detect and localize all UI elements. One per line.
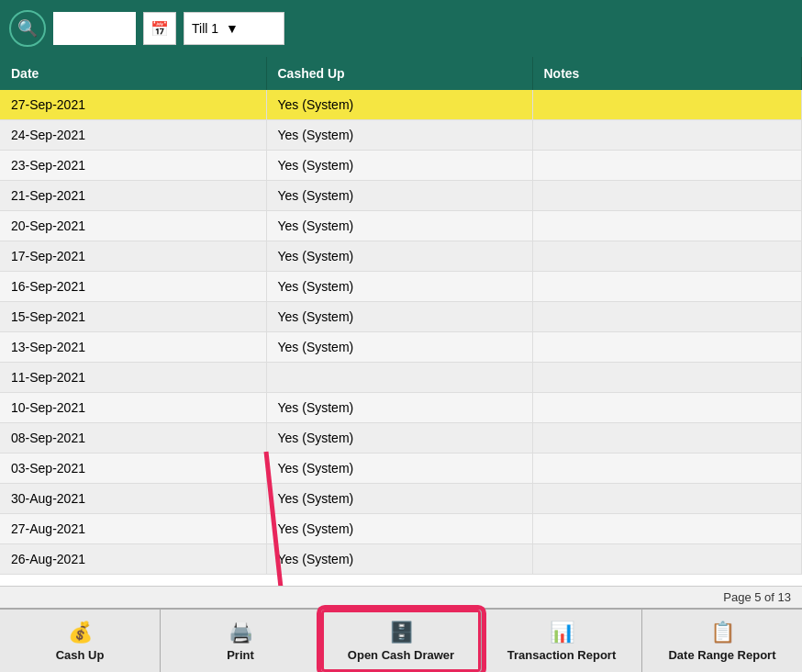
cell-cashed-up: Yes (System) — [266, 514, 532, 544]
table-header-row: Date Cashed Up Notes — [0, 57, 802, 90]
calendar-icon: 📅 — [150, 20, 169, 38]
cell-notes — [532, 363, 802, 393]
table-row[interactable]: 08-Sep-2021Yes (System) — [0, 423, 802, 454]
table-row[interactable]: 17-Sep-2021Yes (System) — [0, 241, 802, 272]
cell-date: 20-Sep-2021 — [0, 211, 266, 241]
cell-notes — [532, 90, 802, 120]
open-cash-drawer-icon: 🗄️ — [389, 621, 414, 644]
cell-date: 27-Sep-2021 — [0, 90, 266, 120]
cell-cashed-up: Yes (System) — [266, 454, 532, 484]
cell-notes — [532, 484, 802, 514]
cell-notes — [532, 423, 802, 454]
cell-notes — [532, 302, 802, 332]
table-wrapper: Date Cashed Up Notes 27-Sep-2021Yes (Sys… — [0, 57, 802, 586]
cell-notes — [532, 241, 802, 272]
table-row[interactable]: 23-Sep-2021Yes (System) — [0, 151, 802, 181]
footer: 💰Cash Up🖨️Print🗄️Open Cash Drawer📊Transa… — [0, 608, 802, 672]
cell-notes — [532, 151, 802, 181]
transaction-report-icon: 📊 — [550, 621, 574, 644]
cell-notes — [532, 454, 802, 484]
cash-up-button[interactable]: 💰Cash Up — [0, 610, 161, 672]
cell-date: 17-Sep-2021 — [0, 241, 266, 272]
print-label: Print — [227, 648, 254, 662]
table-row[interactable]: 26-Aug-2021Yes (System) — [0, 544, 802, 575]
cash-up-table: Date Cashed Up Notes 27-Sep-2021Yes (Sys… — [0, 57, 802, 575]
pagination: Page 5 of 13 — [0, 586, 802, 608]
table-row[interactable]: 10-Sep-2021Yes (System) — [0, 393, 802, 423]
col-cashed-up: Cashed Up — [266, 57, 532, 90]
cell-cashed-up: Yes (System) — [266, 423, 532, 454]
table-row[interactable]: 03-Sep-2021Yes (System) — [0, 454, 802, 484]
till-select[interactable]: Till 1 ▼ Till 1 Till 2 Till 3 — [184, 12, 284, 45]
cell-cashed-up — [266, 363, 532, 393]
cell-notes — [532, 544, 802, 575]
cell-cashed-up: Yes (System) — [266, 393, 532, 423]
cell-date: 10-Sep-2021 — [0, 393, 266, 423]
date-range-report-button[interactable]: 📋Date Range Report — [642, 610, 802, 672]
cell-notes — [532, 514, 802, 544]
cell-date: 23-Sep-2021 — [0, 151, 266, 181]
cell-cashed-up: Yes (System) — [266, 211, 532, 241]
cell-date: 30-Aug-2021 — [0, 484, 266, 514]
cell-cashed-up: Yes (System) — [266, 544, 532, 575]
cell-cashed-up: Yes (System) — [266, 181, 532, 211]
col-date: Date — [0, 57, 266, 90]
print-button[interactable]: 🖨️Print — [161, 610, 321, 672]
table-container: Date Cashed Up Notes 27-Sep-2021Yes (Sys… — [0, 57, 802, 575]
search-icon: 🔍 — [17, 18, 38, 39]
table-row[interactable]: 24-Sep-2021Yes (System) — [0, 120, 802, 151]
cell-date: 27-Aug-2021 — [0, 514, 266, 544]
search-input[interactable] — [53, 12, 136, 45]
header: 🔍 📅 Till 1 ▼ Till 1 Till 2 Till 3 — [0, 0, 802, 57]
cell-cashed-up: Yes (System) — [266, 241, 532, 272]
cell-notes — [532, 272, 802, 302]
cell-cashed-up: Yes (System) — [266, 90, 532, 120]
table-row[interactable]: 21-Sep-2021Yes (System) — [0, 181, 802, 211]
cell-date: 24-Sep-2021 — [0, 120, 266, 151]
cell-date: 16-Sep-2021 — [0, 272, 266, 302]
open-cash-drawer-label: Open Cash Drawer — [348, 648, 454, 662]
table-row[interactable]: 16-Sep-2021Yes (System) — [0, 272, 802, 302]
cell-notes — [532, 211, 802, 241]
cell-notes — [532, 393, 802, 423]
date-range-report-icon: 📋 — [710, 621, 735, 644]
cell-cashed-up: Yes (System) — [266, 272, 532, 302]
print-icon: 🖨️ — [228, 621, 253, 644]
cell-notes — [532, 181, 802, 211]
table-row[interactable]: 27-Aug-2021Yes (System) — [0, 514, 802, 544]
cell-date: 15-Sep-2021 — [0, 302, 266, 332]
table-row[interactable]: 15-Sep-2021Yes (System) — [0, 302, 802, 332]
cell-date: 13-Sep-2021 — [0, 332, 266, 363]
table-row[interactable]: 11-Sep-2021 — [0, 363, 802, 393]
cell-date: 26-Aug-2021 — [0, 544, 266, 575]
cell-cashed-up: Yes (System) — [266, 120, 532, 151]
table-row[interactable]: 30-Aug-2021Yes (System) — [0, 484, 802, 514]
cell-notes — [532, 332, 802, 363]
transaction-report-label: Transaction Report — [507, 648, 616, 662]
table-row[interactable]: 20-Sep-2021Yes (System) — [0, 211, 802, 241]
cell-cashed-up: Yes (System) — [266, 332, 532, 363]
transaction-report-button[interactable]: 📊Transaction Report — [482, 610, 642, 672]
cell-cashed-up: Yes (System) — [266, 151, 532, 181]
cell-cashed-up: Yes (System) — [266, 484, 532, 514]
cell-cashed-up: Yes (System) — [266, 302, 532, 332]
open-cash-drawer-button[interactable]: 🗄️Open Cash Drawer — [321, 610, 482, 672]
cash-up-label: Cash Up — [56, 648, 105, 662]
table-row[interactable]: 27-Sep-2021Yes (System) — [0, 90, 802, 120]
cell-date: 11-Sep-2021 — [0, 363, 266, 393]
cash-up-icon: 💰 — [68, 621, 93, 644]
cell-date: 21-Sep-2021 — [0, 181, 266, 211]
date-range-report-label: Date Range Report — [668, 648, 775, 662]
search-button[interactable]: 🔍 — [9, 10, 46, 47]
cell-notes — [532, 120, 802, 151]
col-notes: Notes — [532, 57, 802, 90]
calendar-button[interactable]: 📅 — [143, 12, 176, 45]
table-row[interactable]: 13-Sep-2021Yes (System) — [0, 332, 802, 363]
pagination-text: Page 5 of 13 — [723, 590, 791, 604]
cell-date: 08-Sep-2021 — [0, 423, 266, 454]
cell-date: 03-Sep-2021 — [0, 454, 266, 484]
